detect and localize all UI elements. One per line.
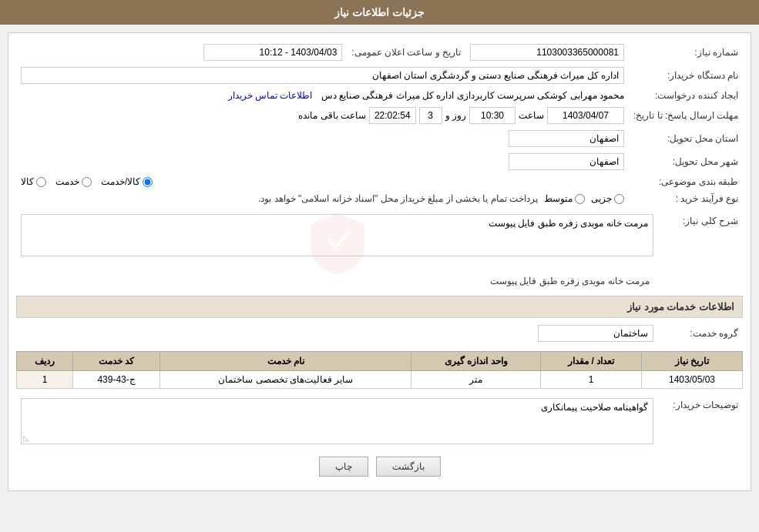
mohlat-countdown: 22:02:54 bbox=[369, 107, 416, 124]
cell-kod-khedmat: ج-43-439 bbox=[73, 371, 160, 389]
tabaqe-khedmat-label: خدمت bbox=[55, 176, 79, 187]
radio-khedmat-input[interactable] bbox=[82, 177, 92, 187]
shahr-label: شهر محل تحویل: bbox=[629, 150, 743, 173]
shahr-value: اصفهان bbox=[509, 153, 624, 170]
page-header: جزئیات اطلاعات نیاز bbox=[0, 0, 759, 25]
tarikh-label: تاریخ و ساعت اعلان عمومی: bbox=[347, 41, 465, 64]
col-nam-khedmat: نام خدمت bbox=[160, 352, 411, 371]
mohlat-label: مهلت ارسال پاسخ: تا تاریخ: bbox=[629, 104, 743, 127]
col-vahed: واحد اندازه گیری bbox=[411, 352, 541, 371]
process-row: جزیی متوسط پرداخت تمام یا بخشی از مبلغ خ… bbox=[21, 193, 624, 204]
nooe-label: نوع فرآیند خرید : bbox=[629, 190, 743, 207]
radio-jozi[interactable]: جزیی bbox=[591, 193, 624, 204]
col-kod-khedmat: کد خدمت bbox=[73, 352, 160, 371]
col-radif: ردیف bbox=[17, 352, 73, 371]
sharh-textarea[interactable] bbox=[21, 214, 653, 256]
tozihat-value: گواهینامه صلاحیت پیمانکاری bbox=[26, 402, 648, 413]
shomara-niaz-value: 1103003365000081 bbox=[470, 44, 624, 61]
radio-kala-khedmat[interactable]: کالا/خدمت bbox=[101, 176, 153, 187]
ostan-label: استان محل تحویل: bbox=[629, 127, 743, 150]
radio-jozi-input[interactable] bbox=[614, 194, 624, 204]
resize-handle: ◺ bbox=[23, 433, 29, 442]
ijad-row: محمود مهرابی کوشکی سرپرست کاربردازی ادار… bbox=[21, 90, 624, 101]
radio-kala-khedmat-input[interactable] bbox=[143, 177, 153, 187]
cell-nam-khedmat: سایر فعالیت‌های تخصصی ساختمان bbox=[160, 371, 411, 389]
cell-vahed: متر bbox=[411, 371, 541, 389]
shomara-niaz-label: شماره نیاز: bbox=[629, 41, 743, 64]
cell-tarikh-niaz: 1403/05/03 bbox=[642, 371, 743, 389]
ijad-value: محمود مهرابی کوشکی سرپرست کاربردازی ادار… bbox=[321, 90, 624, 101]
tarikh-value: 1403/04/03 - 10:12 bbox=[203, 44, 342, 61]
mohlat-saat-label: ساعت bbox=[519, 110, 544, 121]
services-section-header: اطلاعات خدمات مورد نیاز bbox=[16, 296, 743, 318]
mohlat-date: 1403/04/07 bbox=[547, 107, 624, 124]
radio-khedmat[interactable]: خدمت bbox=[55, 176, 92, 187]
sharh-label: شرح کلی نیاز: bbox=[658, 211, 743, 289]
ijad-label: ایجاد کننده درخواست: bbox=[629, 87, 743, 104]
page-wrapper: جزئیات اطلاعات نیاز شماره نیاز: 11030033… bbox=[0, 0, 759, 491]
radio-kala-input[interactable] bbox=[36, 177, 46, 187]
mohlat-rooz: 3 bbox=[419, 107, 442, 124]
mohlat-row: 1403/04/07 ساعت 10:30 روز و 3 22:02:54 س… bbox=[21, 107, 624, 124]
tabaqe-radio-group: کالا/خدمت خدمت کالا bbox=[21, 176, 624, 187]
radio-kala[interactable]: کالا bbox=[21, 176, 46, 187]
main-content: شماره نیاز: 1103003365000081 تاریخ و ساع… bbox=[8, 32, 751, 491]
grooh-table: گروه خدمت: ساختمان bbox=[16, 322, 743, 345]
mohlat-rooz-label: روز و bbox=[445, 110, 466, 121]
info-table-top: شماره نیاز: 1103003365000081 تاریخ و ساع… bbox=[16, 41, 743, 207]
ostan-value: اصفهان bbox=[509, 130, 624, 147]
nooe-desc: پرداخت تمام یا بخشی از مبلغ خریداز محل "… bbox=[258, 193, 538, 204]
nam-dastgah-value: اداره کل میراث فرهنگی صنایع دستی و گردشگ… bbox=[21, 67, 624, 84]
mohlat-remaining: ساعت باقی مانده bbox=[298, 110, 366, 121]
sharh-value-display: مرمت خانه موبدی زفره طبق فایل پیوست bbox=[21, 276, 653, 286]
nam-dastgah-label: نام دستگاه خریدار: bbox=[629, 64, 743, 87]
nooe-motavaset-label: متوسط bbox=[544, 193, 573, 204]
back-button[interactable]: بازگشت bbox=[376, 457, 441, 477]
table-row: 1403/05/03 1 متر سایر فعالیت‌های تخصصی س… bbox=[17, 371, 743, 389]
buttons-row: بازگشت چاپ bbox=[16, 457, 743, 477]
cell-tedad: 1 bbox=[541, 371, 642, 389]
radio-motavaset-input[interactable] bbox=[575, 194, 585, 204]
cell-radif: 1 bbox=[17, 371, 73, 389]
services-table: تاریخ نیاز تعداد / مقدار واحد اندازه گیر… bbox=[16, 351, 743, 389]
sharh-table: شرح کلی نیاز: مرمت خانه موبدی زفره طبق ف… bbox=[16, 211, 743, 289]
col-tedad: تعداد / مقدار bbox=[541, 352, 642, 371]
tozihat-table: توضیحات خریدار: گواهینامه صلاحیت پیمانکا… bbox=[16, 395, 743, 447]
tabaqe-label: طبقه بندی موضوعی: bbox=[629, 173, 743, 190]
grooh-value: ساختمان bbox=[538, 325, 653, 342]
tabaqe-kala-khedmat-label: کالا/خدمت bbox=[101, 176, 140, 187]
col-tarikh-niaz: تاریخ نیاز bbox=[642, 352, 743, 371]
print-button[interactable]: چاپ bbox=[319, 457, 368, 477]
page-title: جزئیات اطلاعات نیاز bbox=[334, 6, 425, 18]
ijad-link[interactable]: اطلاعات تماس خریدار bbox=[228, 90, 313, 101]
sharh-watermark-area bbox=[21, 214, 653, 276]
tabaqe-kala-label: کالا bbox=[21, 176, 34, 187]
tozihat-label: توضیحات خریدار: bbox=[658, 395, 743, 447]
tozihat-box: گواهینامه صلاحیت پیمانکاری ◺ bbox=[21, 398, 653, 444]
nooe-jozi-label: جزیی bbox=[591, 193, 612, 204]
radio-motavaset[interactable]: متوسط bbox=[544, 193, 585, 204]
grooh-label: گروه خدمت: bbox=[658, 322, 743, 345]
mohlat-saat: 10:30 bbox=[469, 107, 516, 124]
